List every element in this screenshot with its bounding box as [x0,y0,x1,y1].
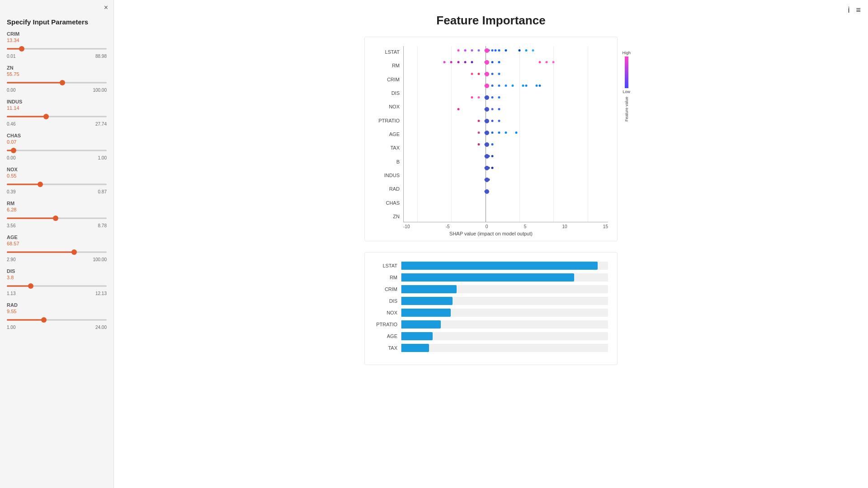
shap-big-dot [485,142,489,147]
bar-outer-ptratio [401,320,608,328]
slider-thumb-indus[interactable] [43,114,49,119]
close-button[interactable]: × [104,4,108,12]
bar-label-crim: CRIM [374,286,401,292]
slider-crim[interactable] [7,45,107,53]
shap-big-dot [485,131,489,135]
slider-thumb-rm[interactable] [53,216,58,221]
shap-dot [546,61,548,63]
bar-inner-nox [401,309,451,317]
shap-y-label-tax: TAX [390,142,400,154]
shap-y-label-chas: CHAS [386,197,400,209]
bar-outer-tax [401,344,608,352]
shap-x-label--5: -5 [446,224,450,229]
slider-thumb-crim[interactable] [19,46,24,52]
slider-indus[interactable] [7,113,107,121]
param-block-rad: RAD 9.55 1.00 24.00 [7,302,107,330]
slider-thumb-dis[interactable] [28,283,33,289]
param-label-age: AGE [7,235,107,240]
param-block-indus: INDUS 11.14 0.46 27.74 [7,99,107,127]
shap-y-label-b: B [396,156,400,168]
slider-track-zn [7,82,107,84]
slider-range-nox: 0.39 0.87 [7,189,107,194]
bar-label-rm: RM [374,275,401,280]
slider-thumb-zn[interactable] [60,80,65,85]
bar-label-lstat: LSTAT [374,263,401,268]
slider-fill-dis [7,286,31,287]
shap-x-label-0: 0 [486,224,488,229]
shap-dot [443,61,446,63]
shap-x-label--10: -10 [403,224,410,229]
shap-dot [457,49,459,52]
param-block-zn: ZN 55.75 0.00 100.00 [7,65,107,93]
shap-dot [477,131,480,134]
param-label-dis: DIS [7,268,107,274]
menu-icon[interactable]: ≡ [856,5,861,15]
slider-thumb-nox[interactable] [38,182,43,187]
slider-min-dis: 1.13 [7,291,15,296]
param-label-nox: NOX [7,167,107,172]
slider-chas[interactable] [7,146,107,155]
bar-outer-nox [401,309,608,317]
shap-dot [525,49,528,52]
bar-inner-rm [401,273,574,282]
slider-age[interactable] [7,248,107,256]
slider-max-dis: 12.13 [95,291,107,296]
slider-thumb-rad[interactable] [41,317,47,323]
slider-fill-nox [7,184,40,185]
shap-big-dot [485,178,489,182]
bar-inner-tax [401,344,429,352]
shap-dot [464,49,466,52]
shap-big-dot [485,119,489,123]
slider-max-indus: 27.74 [95,122,107,127]
shap-gridline [417,46,418,222]
slider-zn[interactable] [7,79,107,87]
slider-range-dis: 1.13 12.13 [7,291,107,296]
slider-max-zn: 100.00 [93,88,107,93]
shap-y-label-crim: CRIM [387,74,400,85]
slider-nox[interactable] [7,180,107,188]
shap-big-dot [485,84,489,88]
param-label-crim: CRIM [7,31,107,37]
slider-rm[interactable] [7,214,107,222]
bar-label-ptratio: PTRATIO [374,322,401,327]
shap-dot [477,96,480,99]
legend-low: Low [623,89,630,94]
bar-row-lstat: LSTAT [374,262,608,270]
shap-dot [498,96,500,99]
shap-y-label-indus: INDUS [384,169,400,181]
shap-dot [539,84,541,87]
bar-rows-container: LSTAT RM CRIM DIS NOX PTRATIO AGE [374,262,608,352]
slider-min-rad: 1.00 [7,325,15,330]
bar-outer-rm [401,273,608,282]
slider-thumb-chas[interactable] [11,148,16,153]
info-icon[interactable]: i [848,5,849,15]
param-value-dis: 3.8 [7,275,107,280]
slider-fill-rm [7,218,56,219]
shap-y-label-lstat: LSTAT [385,46,400,58]
shap-dot [515,131,517,134]
shap-big-dot [485,166,489,170]
shap-dot [498,73,500,75]
slider-thumb-age[interactable] [71,249,77,255]
bar-outer-age [401,332,608,340]
slider-track-rad [7,319,107,321]
shap-dot [539,61,541,63]
slider-max-nox: 0.87 [98,189,107,194]
shap-dot [491,96,493,99]
shap-y-label-nox: NOX [389,101,400,113]
bar-inner-ptratio [401,320,441,328]
shap-dot [498,84,500,87]
legend-bar [625,56,628,88]
shap-big-dot [485,189,489,194]
shap-dot [491,120,493,122]
slider-min-crim: 0.01 [7,54,15,59]
shap-x-title: SHAP value (impact on model output) [374,231,608,236]
shap-y-label-ptratio: PTRATIO [378,115,400,127]
shap-x-label-10: 10 [562,224,567,229]
slider-rad[interactable] [7,316,107,324]
shap-dot [491,84,493,87]
bar-outer-lstat [401,262,608,270]
slider-dis[interactable] [7,282,107,290]
slider-track-nox [7,184,107,185]
bar-inner-lstat [401,262,598,270]
